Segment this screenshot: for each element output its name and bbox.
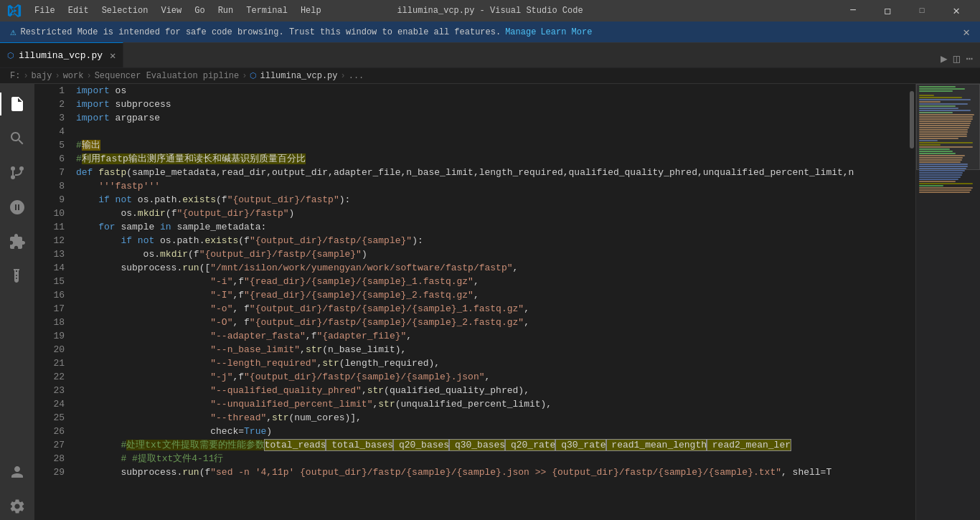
code-line-9: if not os.path.exists(f"{output_dir}/fas… [76, 193, 908, 207]
run-debug-icon [9, 199, 26, 216]
line-num-16: 16 [34, 288, 65, 302]
restricted-mode-banner: ⚠ Restricted Mode is intended for safe c… [0, 22, 980, 43]
code-line-20: "--n_base_limit",str(n_base_limit), [76, 343, 908, 356]
svg-point-0 [11, 175, 15, 179]
menu-view[interactable]: View [155, 4, 187, 17]
breadcrumb: F: › bajy › work › Sequencer Evaluation … [0, 68, 980, 84]
tab-label: illumina_vcp.py [19, 50, 103, 61]
menu-help[interactable]: Help [295, 4, 327, 17]
line-numbers: 1 2 3 4 5 6 7 8 9 10 11 12 13 14 15 16 1… [34, 84, 70, 520]
line-num-2: 2 [34, 98, 65, 111]
vertical-scrollbar[interactable] [908, 84, 915, 520]
menu-selection[interactable]: Selection [96, 4, 154, 17]
code-content[interactable]: import os import subprocess import argpa… [70, 84, 908, 520]
title-bar: File Edit Selection View Go Run Terminal… [0, 0, 980, 22]
minimize-button[interactable]: − [837, 0, 870, 22]
code-line-25: "--thread",str(num_cores)], [76, 411, 908, 425]
code-line-10: os.mkdir(f"{output_dir}/fastp") [76, 207, 908, 220]
line-num-12: 12 [34, 234, 65, 247]
code-line-26: check=True) [76, 425, 908, 438]
line-num-3: 3 [34, 111, 65, 125]
split-editor-button[interactable]: ◫ [952, 50, 962, 67]
minimap [915, 84, 980, 520]
line-num-29: 29 [34, 465, 65, 479]
line-num-20: 20 [34, 343, 65, 356]
line-num-17: 17 [34, 302, 65, 316]
menu-terminal[interactable]: Terminal [240, 4, 293, 17]
breadcrumb-more[interactable]: ... [349, 71, 364, 81]
python-file-icon: ⬡ [7, 51, 14, 60]
line-num-13: 13 [34, 247, 65, 261]
window-controls: − ◻ □ ✕ [837, 0, 973, 22]
breadcrumb-sequencer[interactable]: Sequencer Evaluation pipline [95, 71, 240, 81]
activity-bar-bottom [0, 455, 34, 520]
code-line-2: import subprocess [76, 98, 908, 111]
code-line-3: import argparse [76, 111, 908, 125]
scrollbar-thumb[interactable] [910, 91, 914, 148]
menu-go[interactable]: Go [189, 4, 210, 17]
activity-run[interactable] [0, 190, 34, 224]
more-actions-button[interactable]: ⋯ [964, 50, 974, 67]
code-line-19: "--adapter_fasta",f"{adapter_file}", [76, 329, 908, 343]
activity-extensions[interactable] [0, 224, 34, 259]
code-line-6: #利用fastp输出测序通量和读长和碱基识别质量百分比 [76, 152, 908, 166]
tab-actions: ▶ ◫ ⋯ [939, 50, 980, 67]
code-line-15: "-i",f"{read_dir}/{sample}/{sample}_1.fa… [76, 275, 908, 288]
tab-close-button[interactable]: ✕ [110, 49, 116, 62]
code-line-17: "-o", f"{output_dir}/fastp/{sample}/{sam… [76, 302, 908, 316]
code-line-8: '''fastp''' [76, 179, 908, 193]
maximize-button[interactable]: □ [905, 0, 938, 22]
line-num-15: 15 [34, 275, 65, 288]
window-title: illumina_vcp.py - Visual Studio Code [397, 6, 583, 16]
menu-file[interactable]: File [29, 4, 61, 17]
code-line-21: "--length_required",str(length_required)… [76, 356, 908, 370]
extensions-icon [9, 233, 26, 250]
code-line-22: "-j",f"{output_dir}/fastp/{sample}/{samp… [76, 370, 908, 384]
search-icon [9, 130, 26, 147]
breadcrumb-bajy[interactable]: bajy [32, 71, 52, 81]
activity-bar [0, 84, 34, 520]
minimap-canvas [916, 84, 980, 520]
activity-explorer[interactable] [0, 87, 34, 121]
code-line-14: subprocess.run(["/mnt/isilon/work/yumeng… [76, 261, 908, 275]
activity-search[interactable] [0, 121, 34, 156]
git-icon [9, 164, 26, 181]
line-num-10: 10 [34, 207, 65, 220]
line-num-21: 21 [34, 356, 65, 370]
settings-icon [9, 498, 26, 515]
code-line-27: #处理txt文件提取需要的性能参数total_reads total_bases… [76, 438, 908, 452]
manage-link[interactable]: Manage [505, 27, 536, 37]
code-line-1: import os [76, 84, 908, 98]
line-num-18: 18 [34, 316, 65, 329]
menu-edit[interactable]: Edit [62, 4, 95, 17]
close-button[interactable]: ✕ [940, 0, 973, 22]
code-editor[interactable]: 1 2 3 4 5 6 7 8 9 10 11 12 13 14 15 16 1… [34, 84, 915, 520]
menu-run[interactable]: Run [212, 4, 240, 17]
activity-testing[interactable] [0, 259, 34, 293]
breadcrumb-file[interactable]: illumina_vcp.py [260, 71, 337, 81]
line-num-9: 9 [34, 193, 65, 207]
restore-button[interactable]: ◻ [871, 0, 904, 22]
banner-close-button[interactable]: ✕ [963, 25, 970, 39]
line-num-11: 11 [34, 220, 65, 234]
activity-account[interactable] [0, 455, 34, 489]
breadcrumb-drive[interactable]: F: [10, 71, 20, 81]
run-button[interactable]: ▶ [939, 50, 949, 67]
breadcrumb-work[interactable]: work [63, 71, 84, 81]
line-num-7: 7 [34, 166, 65, 179]
minimap-viewport[interactable] [916, 84, 980, 170]
code-line-23: "--qualified_quality_phred",str(qualifie… [76, 384, 908, 397]
code-line-13: os.mkdir(f"{output_dir}/fastp/{sample}") [76, 247, 908, 261]
line-num-19: 19 [34, 329, 65, 343]
line-num-22: 22 [34, 370, 65, 384]
breadcrumb-py-icon: ⬡ [250, 71, 257, 80]
svg-point-2 [11, 166, 15, 171]
line-num-1: 1 [34, 84, 65, 98]
activity-git[interactable] [0, 156, 34, 190]
tab-illumina-vcp[interactable]: ⬡ illumina_vcp.py ✕ [0, 42, 123, 67]
learn-more-link[interactable]: Learn More [540, 27, 592, 37]
flask-icon [9, 268, 26, 285]
title-bar-left: File Edit Selection View Go Run Terminal… [7, 4, 327, 18]
code-line-12: if not os.path.exists(f"{output_dir}/fas… [76, 234, 908, 247]
activity-settings[interactable] [0, 489, 34, 520]
